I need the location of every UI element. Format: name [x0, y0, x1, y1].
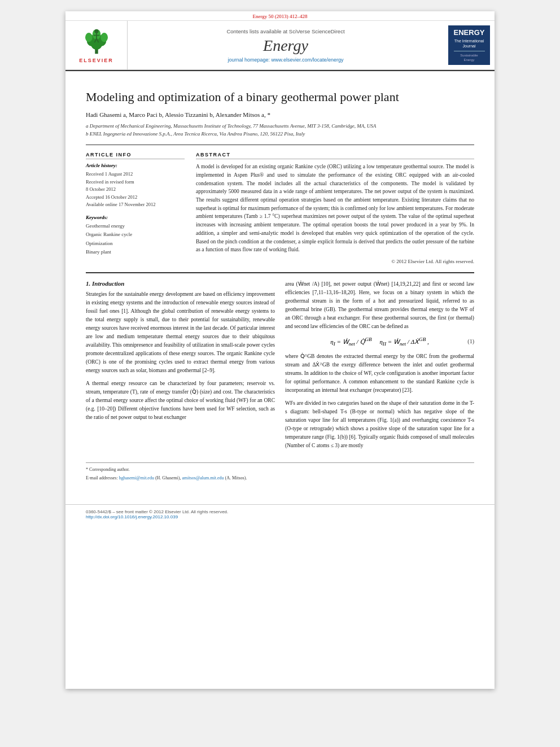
keyword-1: Geothermal energy: [86, 222, 185, 230]
email1-link[interactable]: hghasemi@mit.edu: [119, 475, 154, 480]
issn-line: 0360-5442/$ – see front matter © 2012 El…: [86, 509, 474, 514]
footnotes: * Corresponding author. E-mail addresses…: [86, 462, 474, 482]
affiliation-a: a Department of Mechanical Engineering, …: [86, 123, 474, 130]
equation-eta-i: ηI = Ẇnet / Q̇GB: [330, 338, 371, 345]
email2-link[interactable]: amitsos@alum.mit.edu: [182, 475, 224, 480]
received-date: Received 1 August 2012: [86, 171, 185, 178]
main-divider: [86, 272, 474, 273]
abstract-text: A model is developed for an existing org…: [196, 163, 474, 254]
article-body: Modeling and optimization of a binary ge…: [65, 71, 495, 493]
badge-title-text: ENERGY: [454, 28, 485, 37]
journal-top-bar: Energy 50 (2013) 412–428: [65, 11, 495, 21]
badge-subtitle: The International Journal: [450, 38, 488, 49]
journal-center: Contents lists available at SciVerse Sci…: [128, 21, 444, 69]
abstract-heading: ABSTRACT: [196, 152, 474, 159]
equation-1: ηI = Ẇnet / Q̇GB ηII = Ẇnet / ΔẊGB , (1): [285, 337, 474, 347]
article-affiliations: a Department of Mechanical Engineering, …: [86, 123, 474, 138]
contents-available-line: Contents lists available at SciVerse Sci…: [226, 28, 344, 34]
footnote-star: * Corresponding author.: [86, 466, 474, 474]
intro-para1: Strategies for the sustainable energy de…: [86, 290, 275, 375]
introduction-section: 1. Introduction Strategies for the susta…: [86, 280, 474, 455]
intro-para2-cont: area (Ẇnet /A) [10], net power output (Ẇ…: [285, 280, 474, 331]
article-divider: [86, 145, 474, 145]
equation-content: ηI = Ẇnet / Q̇GB ηII = Ẇnet / ΔẊGB ,: [330, 337, 429, 347]
elsevier-tree-icon: [80, 27, 113, 55]
svg-point-7: [94, 29, 98, 33]
homepage-url[interactable]: www.elsevier.com/locate/energy: [272, 57, 344, 63]
intro-para3: where Q̇^GB denotes the extracted therma…: [285, 352, 474, 395]
affiliation-b: b ENEL Ingegneria ed Innovazione S.p.A.,…: [86, 130, 474, 138]
doi-link[interactable]: http://dx.doi.org/10.1016/j.energy.2012.…: [86, 514, 474, 519]
bottom-bar: 0360-5442/$ – see front matter © 2012 El…: [65, 504, 495, 524]
article-title: Modeling and optimization of a binary ge…: [86, 89, 474, 106]
energy-badge: ENERGY The International Journal Sustain…: [448, 25, 490, 65]
footnote-emails: E-mail addresses: hghasemi@mit.edu (H. G…: [86, 475, 474, 482]
copyright: © 2012 Elsevier Ltd. All rights reserved…: [196, 259, 474, 264]
page: Energy 50 (2013) 412–428: [65, 11, 495, 689]
keyword-3: Optimization: [86, 239, 185, 248]
journal-banner: ELSEVIER Contents lists available at Sci…: [65, 21, 495, 70]
equation-number: (1): [467, 338, 474, 344]
homepage-line: journal homepage: www.elsevier.com/locat…: [228, 57, 343, 63]
elsevier-brand-text: ELSEVIER: [79, 58, 113, 63]
svg-point-5: [100, 33, 108, 42]
intro-para2: A thermal energy resource can be charact…: [86, 379, 275, 422]
svg-point-4: [85, 33, 93, 42]
intro-heading: 1. Introduction: [86, 280, 275, 287]
article-info-column: ARTICLE INFO Article history: Received 1…: [86, 152, 185, 264]
article-history-label: Article history:: [86, 163, 185, 168]
article-authors: Hadi Ghasemi a, Marco Paci b, Alessio Ti…: [86, 110, 474, 120]
journal-header: Energy 50 (2013) 412–428: [65, 11, 495, 71]
elsevier-logo: ELSEVIER: [65, 21, 128, 69]
journal-name: Energy: [263, 37, 308, 55]
keyword-2: Organic Rankine cycle: [86, 230, 185, 239]
revised-label: Received in revised form: [86, 178, 185, 186]
top-bar-text: Energy 50 (2013) 412–428: [252, 14, 307, 19]
article-info-abstract: ARTICLE INFO Article history: Received 1…: [86, 152, 474, 264]
revised-date: 8 October 2012: [86, 186, 185, 194]
body-col-left: 1. Introduction Strategies for the susta…: [86, 280, 275, 455]
intro-para4: WFs are divided in two categories based …: [285, 399, 474, 450]
abstract-column: ABSTRACT A model is developed for an exi…: [196, 152, 474, 264]
keywords-label: Keywords:: [86, 215, 185, 220]
accepted-date: Accepted 16 October 2012: [86, 194, 185, 202]
available-date: Available online 17 November 2012: [86, 201, 185, 209]
article-info-heading: ARTICLE INFO: [86, 152, 185, 159]
equation-eta-ii: ηII = Ẇnet / ΔẊGB ,: [379, 338, 428, 345]
keyword-4: Binary plant: [86, 248, 185, 256]
body-col-right: area (Ẇnet /A) [10], net power output (Ẇ…: [285, 280, 474, 455]
journal-right-logo: ENERGY The International Journal Sustain…: [444, 21, 495, 69]
